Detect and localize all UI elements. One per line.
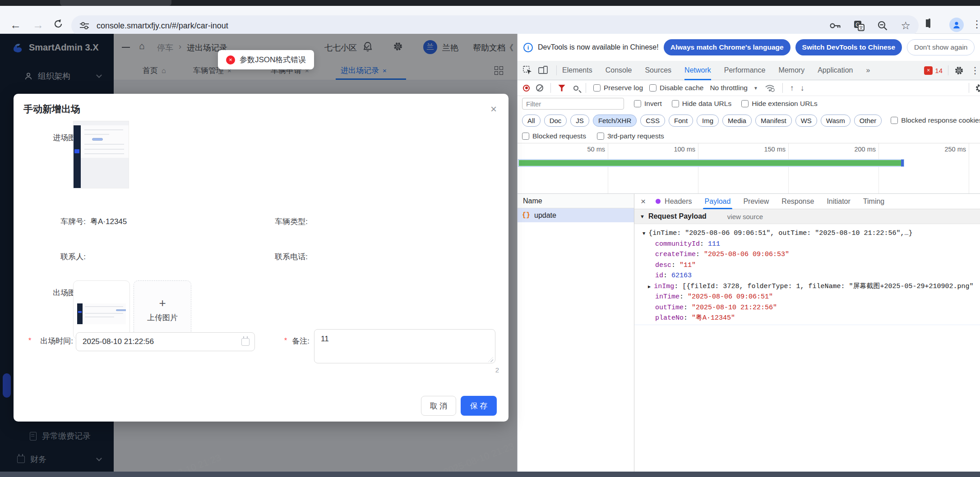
entry-image-thumbnail[interactable]	[73, 121, 129, 188]
request-row-selected[interactable]: {} update	[518, 208, 634, 222]
chip-js[interactable]: JS	[570, 115, 589, 127]
calendar-icon[interactable]	[241, 338, 250, 346]
chip-media[interactable]: Media	[722, 115, 752, 127]
more-tabs-icon[interactable]: »	[866, 61, 870, 80]
cancel-button[interactable]: 取 消	[421, 396, 456, 416]
payload-property[interactable]: id: 62163	[634, 271, 980, 281]
clear-network-log-icon[interactable]	[536, 84, 543, 92]
network-filter-input[interactable]	[522, 98, 624, 110]
view-source-link[interactable]: view source	[727, 213, 763, 220]
details-tab-payload[interactable]: Payload	[705, 194, 731, 209]
request-payload-section[interactable]: ▼ Request Payload view source	[634, 209, 980, 224]
payload-property[interactable]: plateNo: "粤A·12345"	[634, 313, 980, 324]
filter-funnel-icon[interactable]	[558, 85, 565, 92]
details-tab-headers[interactable]: Headers	[665, 194, 692, 209]
record-network-log-icon[interactable]	[523, 85, 530, 92]
timeline-selection[interactable]	[518, 159, 904, 167]
console-error-icon[interactable]: ×	[924, 66, 933, 75]
collapse-triangle-icon[interactable]: ▼	[643, 231, 645, 236]
payload-root[interactable]: ▼{inTime: "2025-08-06 09:06:51", outTime…	[634, 228, 980, 239]
chip-doc[interactable]: Doc	[544, 115, 567, 127]
save-button[interactable]: 保 存	[461, 396, 497, 416]
throttling-select[interactable]: No throttling ▼	[710, 84, 758, 92]
url-text[interactable]: console.smartxfjy.cn/#/park/car-inout	[97, 21, 228, 31]
details-tab-initiator[interactable]: Initiator	[827, 194, 850, 209]
checkbox-label: Hide data URLs	[682, 100, 731, 108]
chip-fetch-xhr[interactable]: Fetch/XHR	[593, 115, 637, 127]
payload-property[interactable]: createTime: "2025-08-06 09:06:53"	[634, 249, 980, 260]
details-tab-response[interactable]: Response	[781, 194, 814, 209]
zoom-indicator-icon[interactable]	[877, 20, 888, 31]
device-toolbar-icon[interactable]	[538, 66, 548, 75]
expand-triangle-icon[interactable]: ▶	[648, 284, 651, 289]
browser-menu-icon[interactable]: ⋮	[972, 18, 980, 30]
requests-name-header[interactable]: Name	[518, 194, 634, 208]
close-details-icon[interactable]: ×	[641, 197, 646, 206]
chip-css[interactable]: CSS	[640, 115, 665, 127]
address-bar[interactable]: console.smartxfjy.cn/#/park/car-inout G文…	[71, 15, 919, 36]
devtools-tab-console[interactable]: Console	[606, 61, 632, 80]
network-timeline-overview[interactable]: 50 ms 100 ms 150 ms 200 ms 250 ms	[518, 143, 980, 194]
note-textarea[interactable]: 11	[314, 329, 495, 363]
switch-chinese-button[interactable]: Switch DevTools to Chinese	[795, 39, 902, 55]
collapse-triangle-icon[interactable]: ▼	[640, 214, 645, 219]
back-icon[interactable]: ←	[10, 18, 21, 32]
payload-property[interactable]: communityId: 111	[634, 239, 980, 250]
reload-icon[interactable]	[53, 19, 63, 29]
bookmark-star-icon[interactable]: ☆	[901, 19, 911, 32]
network-settings-gear-icon[interactable]	[975, 83, 980, 93]
upload-image-button[interactable]: + 上传图片	[134, 280, 191, 339]
chip-ws[interactable]: WS	[795, 115, 817, 127]
inspect-element-icon[interactable]	[523, 66, 532, 75]
third-party-requests-checkbox[interactable]: 3rd-party requests	[597, 132, 664, 140]
details-tab-preview[interactable]: Preview	[743, 194, 769, 209]
chip-wasm[interactable]: Wasm	[821, 115, 851, 127]
blocked-requests-checkbox[interactable]: Blocked requests	[522, 132, 586, 140]
side-panel-icon[interactable]	[929, 19, 930, 28]
exit-image-thumbnail[interactable]	[73, 280, 130, 339]
password-key-icon[interactable]	[829, 21, 841, 30]
dropdown-arrow-icon: ▼	[753, 86, 758, 91]
preserve-log-checkbox[interactable]: Preserve log	[593, 84, 643, 92]
hide-extension-urls-checkbox[interactable]: Hide extension URLs	[741, 100, 818, 108]
request-name: update	[534, 211, 556, 220]
chip-font[interactable]: Font	[669, 115, 693, 127]
devtools-tab-elements[interactable]: Elements	[562, 61, 592, 80]
forward-icon[interactable]: →	[32, 18, 44, 32]
search-icon[interactable]	[573, 86, 578, 91]
chip-img[interactable]: Img	[697, 115, 719, 127]
devtools-tab-performance[interactable]: Performance	[724, 61, 766, 80]
import-har-icon[interactable]: ↑	[790, 83, 794, 93]
payload-property[interactable]: desc: "11"	[634, 260, 980, 271]
match-language-button[interactable]: Always match Chrome's language	[664, 39, 790, 55]
payload-property[interactable]: outTime: "2025-08-10 21:22:56"	[634, 303, 980, 313]
browser-profile-avatar[interactable]	[949, 18, 964, 32]
devtools-tab-sources[interactable]: Sources	[645, 61, 671, 80]
site-settings-icon[interactable]	[79, 21, 89, 30]
chip-other[interactable]: Other	[854, 115, 882, 127]
devtools-settings-gear-icon[interactable]	[954, 65, 964, 76]
devtools-tab-memory[interactable]: Memory	[778, 61, 804, 80]
devtools-tab-application[interactable]: Application	[818, 61, 853, 80]
export-har-icon[interactable]: ↓	[800, 83, 804, 93]
chip-all[interactable]: All	[522, 115, 541, 127]
blocked-response-cookies-checkbox[interactable]: Blocked response cookies	[891, 116, 980, 124]
console-error-count[interactable]: 14	[935, 67, 943, 74]
payload-property-expandable[interactable]: ▶inImg: [{fileId: 3728, folderType: 1, f…	[634, 281, 980, 292]
invert-checkbox[interactable]: Invert	[634, 100, 662, 108]
dont-show-again-button[interactable]: Don't show again	[907, 39, 975, 55]
details-tab-timing[interactable]: Timing	[863, 194, 884, 209]
upload-label: 上传图片	[147, 312, 178, 323]
chip-manifest[interactable]: Manifest	[755, 115, 792, 127]
payload-property[interactable]: inTime: "2025-08-06 09:06:51"	[634, 292, 980, 303]
devtools-menu-icon[interactable]: ⋮	[971, 65, 980, 76]
translate-icon[interactable]: G文	[854, 20, 864, 31]
network-filter-row: Invert Hide data URLs Hide extension URL…	[518, 96, 980, 111]
network-conditions-icon[interactable]	[764, 84, 775, 92]
devtools-tab-network[interactable]: Network	[684, 61, 711, 80]
hide-data-urls-checkbox[interactable]: Hide data URLs	[672, 100, 731, 108]
exit-time-input[interactable]	[76, 332, 255, 351]
browser-active-tab[interactable]	[60, 0, 171, 6]
modal-close-icon[interactable]: ×	[490, 103, 497, 115]
disable-cache-checkbox[interactable]: Disable cache	[649, 84, 703, 92]
